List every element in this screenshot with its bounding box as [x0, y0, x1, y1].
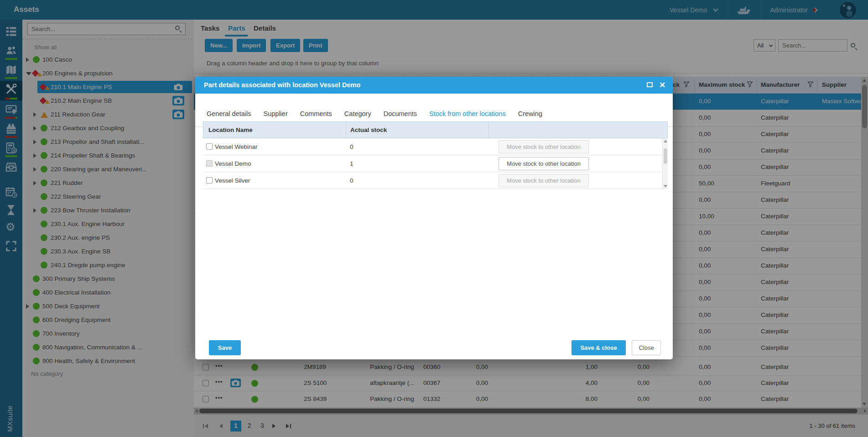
dialog-header[interactable]: Part details associated with location Ve… [195, 77, 673, 94]
move-stock-button[interactable]: Move stock to other location [499, 157, 589, 170]
column-header[interactable]: Actual stock [350, 126, 387, 133]
location-checkbox[interactable] [206, 160, 213, 167]
move-stock-button[interactable]: Move stock to other location [499, 140, 589, 153]
scroll-down-icon[interactable] [664, 185, 667, 188]
save-and-close-button[interactable]: Save & close [572, 340, 626, 355]
column-header[interactable]: Location Name [208, 126, 253, 133]
location-checkbox[interactable] [206, 143, 213, 150]
close-icon[interactable]: ✕ [659, 80, 665, 90]
location-row[interactable]: Vessel Demo 1 Move stock to other locati… [203, 155, 668, 172]
part-details-dialog: Part details associated with location Ve… [195, 77, 673, 359]
table-header-row: Location Name Actual stock [203, 121, 668, 138]
location-row[interactable]: Vessel Silver 0 Move stock to other loca… [203, 172, 668, 189]
location-checkbox[interactable] [206, 177, 213, 184]
move-stock-button[interactable]: Move stock to other location [499, 174, 589, 187]
location-row[interactable]: Vessel Webinar 0 Move stock to other loc… [203, 138, 668, 155]
scroll-up-icon[interactable] [664, 140, 667, 142]
save-button[interactable]: Save [209, 340, 241, 355]
scrollbar-thumb[interactable] [664, 148, 667, 164]
close-button[interactable]: Close [632, 340, 661, 355]
app-window: Assets Vessel Demo Administrator [0, 0, 868, 437]
dialog-title: Part details associated with location Ve… [204, 81, 360, 89]
list-scrollbar[interactable] [662, 138, 668, 189]
stock-locations-table: Location Name Actual stock Vessel Webina… [203, 121, 668, 189]
maximize-icon[interactable] [647, 82, 653, 87]
